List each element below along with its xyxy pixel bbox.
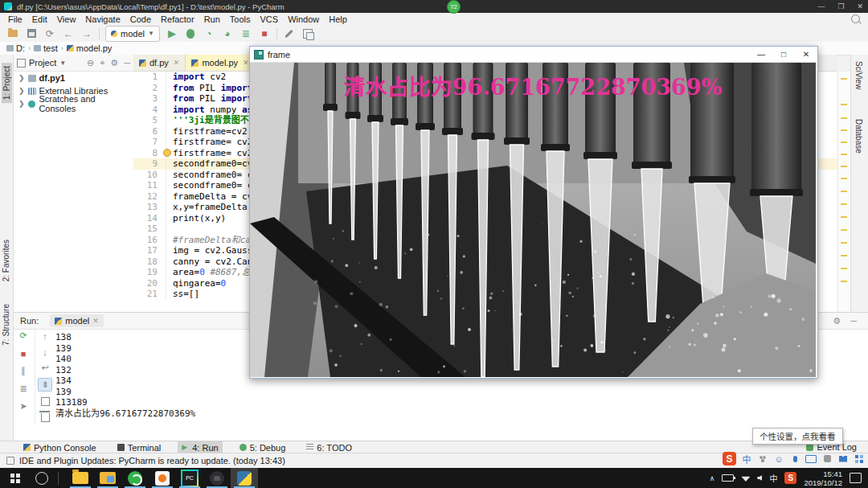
error-stripe-mark[interactable] bbox=[841, 255, 847, 256]
soft-wrap-icon[interactable]: ↩ bbox=[39, 362, 51, 374]
run-button[interactable]: ▶ bbox=[166, 27, 178, 40]
sync-icon[interactable]: ⟳ bbox=[43, 27, 56, 40]
minimize-button[interactable]: — bbox=[817, 2, 825, 10]
sogou-tray-icon[interactable]: S bbox=[784, 472, 796, 484]
menu-refactor[interactable]: Refactor bbox=[156, 14, 199, 24]
wifi-icon[interactable] bbox=[741, 474, 750, 482]
print-icon[interactable] bbox=[39, 396, 51, 408]
tool-button-sciview[interactable]: SciView bbox=[854, 61, 863, 89]
profiler-button[interactable]: ◕ bbox=[221, 27, 234, 40]
close-button[interactable]: ✕ bbox=[857, 2, 863, 10]
menu-help[interactable]: Help bbox=[324, 14, 352, 24]
pause-icon[interactable]: ∥ bbox=[17, 365, 30, 377]
tool-button-favorites[interactable]: 2: Favorites bbox=[2, 240, 10, 281]
handwriting-icon[interactable] bbox=[821, 453, 833, 465]
taskbar-github[interactable] bbox=[203, 468, 231, 488]
gear-icon[interactable]: ⚙ bbox=[110, 58, 118, 68]
maximize-button[interactable]: □ bbox=[772, 50, 795, 59]
up-stack-icon[interactable]: ↑ bbox=[39, 330, 51, 342]
breadcrumb-item-file[interactable]: model.py bbox=[67, 43, 113, 53]
menu-window[interactable]: Window bbox=[283, 14, 324, 24]
tab-python-console[interactable]: Python Console bbox=[19, 441, 100, 453]
error-stripe-mark[interactable] bbox=[841, 203, 847, 205]
chevron-right-icon[interactable]: ❯ bbox=[18, 100, 25, 108]
error-stripe-mark[interactable] bbox=[841, 141, 847, 143]
down-stack-icon[interactable]: ↓ bbox=[39, 346, 51, 358]
menu-file[interactable]: File bbox=[3, 14, 27, 24]
taskbar-app-orange[interactable] bbox=[149, 468, 176, 488]
input-language-indicator[interactable]: 中 bbox=[769, 472, 777, 484]
skin-icon[interactable] bbox=[837, 453, 849, 465]
error-stripe-mark[interactable] bbox=[841, 78, 847, 80]
error-stripe-mark[interactable] bbox=[841, 242, 847, 244]
menu-run[interactable]: Run bbox=[199, 14, 225, 24]
tab-debug[interactable]: 5: Debug bbox=[235, 441, 290, 453]
run-tab-model[interactable]: model ✕ bbox=[50, 314, 104, 327]
error-stripe-mark[interactable] bbox=[841, 229, 847, 231]
frame-title-bar[interactable]: frame — □ ✕ bbox=[250, 47, 817, 63]
voice-icon[interactable] bbox=[789, 453, 800, 465]
error-stripe-mark[interactable] bbox=[841, 268, 847, 269]
tool-button-database[interactable]: Database bbox=[854, 119, 863, 154]
tab-todo[interactable]: 6: TODO bbox=[302, 441, 356, 453]
menu-code[interactable]: Code bbox=[125, 14, 156, 24]
ide-settings-icon[interactable] bbox=[301, 27, 314, 40]
tab-model-py[interactable]: model.py ✕ bbox=[186, 55, 255, 71]
tab-df-py[interactable]: df.py ✕ bbox=[133, 55, 186, 71]
virtual-keyboard-icon[interactable] bbox=[805, 453, 817, 465]
sogou-logo-icon[interactable]: S bbox=[723, 452, 736, 465]
open-icon[interactable] bbox=[6, 27, 19, 40]
hide-panel-icon[interactable]: ─ bbox=[124, 58, 130, 68]
wrench-icon[interactable] bbox=[283, 27, 296, 40]
notification-center-icon[interactable] bbox=[850, 473, 862, 483]
restore-layout-icon[interactable]: ≣ bbox=[17, 383, 30, 395]
taskbar-explorer[interactable] bbox=[67, 468, 94, 488]
clear-console-icon[interactable] bbox=[39, 412, 51, 424]
collapse-all-icon[interactable]: ⊖ bbox=[87, 58, 94, 68]
breadcrumb-item-drive[interactable]: D: bbox=[6, 43, 25, 53]
stop-icon[interactable]: ■ bbox=[17, 347, 30, 359]
minimize-button[interactable]: — bbox=[750, 50, 772, 59]
taskbar-python[interactable] bbox=[231, 468, 258, 488]
back-icon[interactable]: ← bbox=[62, 27, 75, 40]
locate-file-icon[interactable]: ⌖ bbox=[100, 58, 104, 68]
close-button[interactable]: ✕ bbox=[795, 50, 817, 59]
start-button[interactable] bbox=[0, 468, 31, 488]
chevron-right-icon[interactable]: ❯ bbox=[18, 87, 25, 95]
close-icon[interactable]: ✕ bbox=[243, 59, 249, 67]
volume-icon[interactable] bbox=[757, 475, 762, 481]
error-stripe-mark[interactable] bbox=[841, 191, 847, 192]
opencv-frame-window[interactable]: frame — □ ✕ bbox=[249, 46, 818, 379]
editor-error-stripe[interactable] bbox=[837, 72, 850, 312]
tool-button-project[interactable]: 1: Project bbox=[2, 63, 12, 103]
menu-edit[interactable]: Edit bbox=[27, 14, 52, 24]
clock[interactable]: 15:41 2019/10/12 bbox=[804, 470, 842, 487]
save-icon[interactable] bbox=[25, 27, 38, 40]
stop-button[interactable]: ■ bbox=[258, 27, 271, 40]
menu-tools[interactable]: Tools bbox=[225, 14, 256, 24]
error-stripe-mark[interactable] bbox=[841, 166, 847, 167]
error-stripe-mark[interactable] bbox=[841, 216, 847, 218]
tree-item-scratches[interactable]: ❯ Scratches and Consoles bbox=[14, 97, 133, 110]
scroll-to-end-icon[interactable]: ⇟ bbox=[38, 378, 52, 392]
run-configuration-chooser[interactable]: model ▼ bbox=[105, 26, 160, 42]
maximize-button[interactable]: ❐ bbox=[837, 2, 844, 10]
battery-icon[interactable] bbox=[722, 474, 734, 482]
status-message[interactable]: IDE and Plugin Updates: PyCharm is ready… bbox=[19, 456, 285, 465]
sogou-toolbox-icon[interactable] bbox=[854, 453, 865, 465]
cortana-button[interactable] bbox=[35, 472, 48, 485]
taskbar-netdisk[interactable] bbox=[94, 468, 121, 488]
error-stripe-mark[interactable] bbox=[841, 154, 847, 155]
taskbar-pycharm[interactable]: PC bbox=[176, 468, 203, 488]
gesture-icon[interactable] bbox=[757, 453, 768, 465]
error-stripe-mark[interactable] bbox=[841, 117, 847, 119]
gear-icon[interactable]: ⚙ bbox=[833, 316, 841, 326]
error-stripe-mark[interactable] bbox=[841, 281, 847, 282]
run-with-button[interactable]: ≣ bbox=[240, 27, 252, 40]
tab-terminal[interactable]: Terminal bbox=[113, 441, 166, 453]
menu-view[interactable]: View bbox=[52, 14, 81, 24]
chevron-down-icon[interactable]: ▼ bbox=[59, 59, 66, 67]
error-stripe-mark[interactable] bbox=[841, 129, 847, 131]
taskbar-360-browser[interactable] bbox=[121, 468, 149, 488]
intention-bulb-icon[interactable] bbox=[163, 149, 171, 157]
